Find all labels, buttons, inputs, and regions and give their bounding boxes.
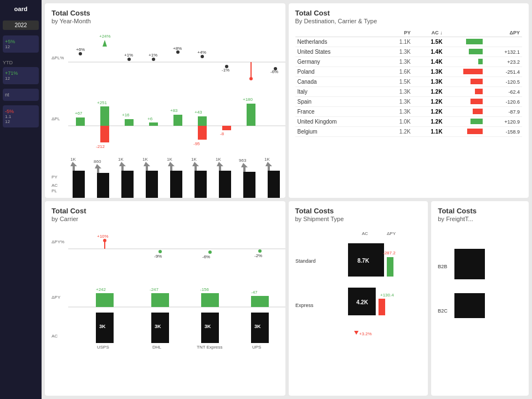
dest-delta: -87.9	[483, 107, 522, 117]
ups-label: UPS	[252, 345, 261, 350]
dest-delta: -62.4	[483, 87, 522, 97]
dest-bar-cell	[444, 107, 483, 117]
dest-delta: -251.4	[483, 67, 522, 77]
usps-dpy-pct-dot	[103, 239, 106, 242]
dest-delta: +132.1	[483, 47, 522, 57]
dest-bar-negative	[470, 79, 483, 84]
dest-bar-positive	[470, 119, 483, 124]
dest-bar-cell	[444, 57, 483, 67]
dpl-pct-val-4: +1%	[149, 53, 157, 58]
sidebar-metric-3[interactable]: nt	[3, 89, 39, 101]
dpl-label: ΔPL	[52, 116, 60, 121]
py-arrow-5	[168, 162, 175, 171]
shipment-footnote-arrow	[354, 331, 359, 335]
freight-b2c-label: B2C	[438, 308, 448, 314]
dest-name: Italy	[295, 87, 382, 97]
ac-bar-8	[243, 172, 255, 198]
dest-bar-cell	[444, 97, 483, 107]
dest-bar-cell	[444, 127, 483, 137]
dest-py: 1.6K	[382, 67, 413, 77]
b2b-bar	[454, 249, 485, 279]
usps-dpy-val: +242	[96, 287, 106, 292]
ups-dpy-pct-dot	[258, 249, 262, 253]
ac-pl-label: AC	[52, 183, 58, 188]
express-ac-val: 4.2K	[356, 299, 369, 305]
ac-bar-3	[121, 171, 134, 198]
dest-delta: -120.5	[483, 77, 522, 87]
sidebar-title: oard	[14, 6, 28, 12]
tnt-dpy-pct-val: -6%	[202, 254, 210, 259]
dpl-abs-val-6: +43	[195, 110, 202, 115]
py-val-6: 1K	[191, 157, 197, 162]
dhl-ac-val: 3K	[155, 324, 161, 329]
sidebar: oard 2022 +5% 12 YTD +71% 12 nt -5% 1.1 …	[0, 0, 42, 399]
dest-name: United Kingdom	[295, 117, 382, 127]
dhl-dpy-bar	[151, 293, 169, 307]
dpy-col-header: ΔPY	[444, 29, 522, 37]
ac-pl-label2: PL	[52, 188, 57, 193]
express-dpy-val: +130.4	[380, 293, 394, 298]
py-arrow-7	[217, 162, 223, 171]
dpl-pct-dot-4	[152, 58, 155, 61]
py-arrow-8	[241, 163, 248, 172]
dest-bar-cell	[444, 117, 483, 127]
dest-ac: 1.3K	[413, 77, 444, 87]
shipment-chart-subtitle: by Shipment Type	[295, 216, 422, 222]
shipment-chart-svg: AC ΔPY Standard 8.7K -287.2 Express 4.2K…	[295, 227, 417, 349]
dest-bar-cell	[444, 87, 483, 97]
dpl-pct-dot-8	[249, 77, 253, 80]
destination-table: PY AC ↓ ΔPY Netherlands1.1K1.5KUnited St…	[295, 29, 523, 137]
sidebar-metric-1[interactable]: +5% 12	[3, 35, 39, 53]
dest-ac: 1.2K	[413, 117, 444, 127]
dpl-pct-val-9: -6%	[270, 69, 278, 74]
dest-bar-positive	[466, 39, 483, 44]
shipment-footnote-val: +3.2%	[359, 331, 372, 336]
dest-bar-cell	[444, 77, 483, 87]
sidebar-metric-2[interactable]: +71% 12	[3, 67, 39, 84]
ups-dpy-bar	[251, 296, 269, 307]
dest-chart-subtitle: By Destination, Carrier & Type	[295, 18, 523, 24]
py-arrow-4	[144, 162, 150, 171]
freight-chart-title: Total Costs	[438, 207, 522, 215]
dest-name: Netherlands	[295, 37, 382, 47]
sidebar-year[interactable]: 2022	[3, 21, 39, 30]
shipment-express-label: Express	[295, 303, 314, 308]
dpl-pct-val-1: +6%	[76, 47, 85, 52]
ac-bar-7	[219, 171, 231, 198]
total-cost-carrier-card: Total Cost by Carrier ΔPY% ΔPY AC +10% +…	[45, 201, 285, 396]
ym-chart-subtitle: by Year-Month	[52, 18, 279, 24]
dpl-abs-bar-6-neg	[198, 126, 207, 140]
dpl-abs-val-3: +16	[122, 112, 130, 117]
dest-ac: 1.3K	[413, 67, 444, 77]
dpl-pct-dot-3	[127, 58, 131, 61]
tnt-ac-val: 3K	[204, 324, 211, 329]
py-val-3: 1K	[118, 157, 124, 162]
carrier-dpy-pct-label: ΔPY%	[52, 239, 64, 244]
metric-delta-4: -5%	[5, 109, 37, 114]
dest-name: Spain	[295, 97, 382, 107]
tnt-dpy-bar	[201, 293, 219, 307]
dpl-abs-bar-2	[100, 106, 109, 126]
dest-bar-negative	[473, 109, 483, 114]
dpl-pct-dot-1	[79, 52, 82, 55]
shipment-dpy-col: ΔPY	[387, 231, 396, 236]
dpl-abs-bar-3	[125, 119, 134, 126]
dpl-pct-arrow-up-2	[103, 40, 107, 47]
dhl-dpy-pct-dot	[158, 250, 162, 253]
dest-py: 1.0K	[382, 117, 413, 127]
dest-ac: 1.5K	[413, 37, 444, 47]
dest-chart-title: Total Cost	[295, 9, 523, 17]
dpl-abs-val-8: +180	[243, 97, 253, 102]
shipment-standard-label: Standard	[295, 258, 316, 264]
carrier-dpy-label: ΔPY	[52, 295, 61, 300]
shipment-chart-title: Total Costs	[295, 207, 422, 215]
dpl-abs-bar-5	[173, 115, 182, 126]
sidebar-metric-4[interactable]: -5% 1.1 12	[3, 105, 39, 127]
freight-chart-svg: B2B B2C	[438, 227, 521, 349]
dhl-dpy-pct-val: -9%	[154, 254, 162, 259]
dpl-abs-val-7-neg: -8	[220, 131, 224, 136]
dpl-abs-bar-6	[198, 116, 207, 126]
dpl-pct-label: ΔPL%	[52, 55, 64, 60]
dest-delta: +120.9	[483, 117, 522, 127]
dhl-label: DHL	[152, 345, 162, 350]
